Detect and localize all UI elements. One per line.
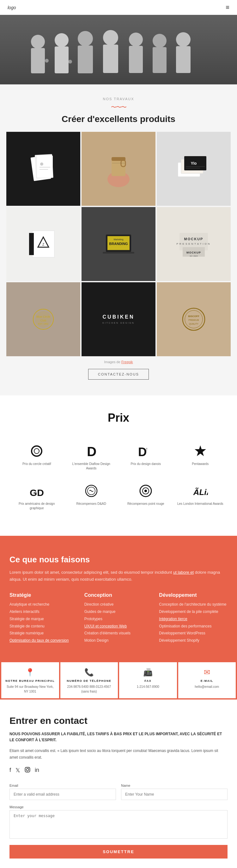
award-item-0: Prix du cercle créatif bbox=[9, 437, 64, 477]
card-title-1: NUMÉRO DE TÉLÉPHONE bbox=[64, 679, 114, 682]
service-item-link[interactable]: Optimisation du taux de conversion bbox=[9, 638, 78, 643]
contact-card-email: ✉ E-MAIL hello@email.com bbox=[178, 662, 236, 698]
submit-button[interactable]: SOUMETTRE bbox=[9, 845, 228, 859]
email-input[interactable] bbox=[9, 789, 116, 800]
portfolio-item-7[interactable]: CUBIKEN KITCHEN DESIGN bbox=[81, 282, 156, 356]
portfolio-item-2[interactable]: Ylo bbox=[157, 132, 231, 206]
service-item: Conception de l'architecture du système bbox=[159, 602, 228, 607]
svg-marker-68 bbox=[195, 445, 206, 456]
social-icons: f 𝕏 in bbox=[9, 767, 228, 774]
service-item: Développement de la pile complète bbox=[159, 609, 228, 615]
svg-text:BRANDING: BRANDING bbox=[109, 242, 128, 246]
award-label-6: Récompenses point rouge bbox=[127, 502, 164, 506]
award-icon-2: D ↑ bbox=[138, 443, 153, 459]
menu-button[interactable]: ≡ bbox=[226, 4, 229, 11]
prix-title: Prix bbox=[9, 411, 228, 425]
svg-rect-3 bbox=[31, 48, 45, 73]
svg-text:02 / 2024: 02 / 2024 bbox=[190, 255, 198, 257]
portfolio-item-1[interactable] bbox=[81, 132, 156, 206]
twitter-icon[interactable]: 𝕏 bbox=[15, 767, 20, 774]
services-title: Ce que nous faisons bbox=[9, 555, 228, 564]
svg-point-8 bbox=[103, 30, 118, 45]
service-item-link[interactable]: UX/UI et conception Web bbox=[84, 624, 153, 629]
contact-card-phone: 📞 NUMÉRO DE TÉLÉPHONE 234-9876-5400 888-… bbox=[60, 662, 118, 698]
contactez-nous-button[interactable]: CONTACTEZ-NOUS bbox=[88, 369, 149, 380]
service-item: Prototypes bbox=[84, 616, 153, 622]
service-col-title-0: Stratégie bbox=[9, 592, 78, 598]
linkedin-icon[interactable]: in bbox=[35, 767, 39, 774]
freepik-link[interactable]: Freepik bbox=[121, 360, 133, 364]
service-item: Motion Design bbox=[84, 638, 153, 643]
nos-travaux-section: NOS TRAVAUX 〜〜〜 Créer d'excellents produ… bbox=[0, 84, 237, 124]
svg-point-2 bbox=[31, 35, 45, 49]
svg-rect-7 bbox=[78, 45, 93, 73]
svg-text:Ylo: Ylo bbox=[191, 161, 197, 166]
service-item-link[interactable]: Intégration tierce bbox=[159, 616, 228, 622]
facebook-icon[interactable]: f bbox=[9, 767, 11, 774]
svg-text:KITCHEN DESIGN: KITCHEN DESIGN bbox=[102, 322, 135, 324]
instagram-icon[interactable] bbox=[25, 767, 30, 774]
card-text-3: hello@email.com bbox=[182, 684, 232, 689]
service-item: Stratégie numérique bbox=[9, 630, 78, 636]
svg-rect-11 bbox=[129, 46, 143, 73]
award-item-5: Récompenses D&AD bbox=[64, 477, 119, 517]
svg-point-63 bbox=[32, 446, 42, 456]
svg-rect-28 bbox=[112, 163, 125, 163]
svg-point-12 bbox=[153, 34, 167, 48]
svg-rect-20 bbox=[37, 156, 53, 178]
service-col-title-1: Conception bbox=[84, 592, 153, 598]
svg-point-75 bbox=[26, 769, 29, 771]
contact-para-text: Etiam sit amet convallis est. « Lats ips… bbox=[9, 748, 228, 761]
header: logo ≡ bbox=[0, 0, 237, 15]
card-text-1: 234-9876-5400 888-0123-4567 (sans frais) bbox=[64, 684, 114, 694]
portfolio-item-6[interactable]: Blue Circle Club EST. 1992 bbox=[6, 282, 80, 356]
svg-text:ÃLiA: ÃLiA bbox=[193, 488, 208, 497]
portfolio-item-8[interactable]: BISCOFF PREMIUM QUALITY bbox=[157, 282, 231, 356]
contact-card-fax: 📠 FAX 1-214-567-8900 bbox=[119, 662, 177, 698]
name-input[interactable] bbox=[121, 789, 228, 800]
email-field-group: Email bbox=[9, 784, 116, 800]
portfolio-item-4[interactable]: BRANDING Marketing bbox=[81, 207, 156, 281]
message-textarea[interactable] bbox=[9, 810, 228, 839]
service-item: Analytique et recherche bbox=[9, 602, 78, 607]
award-icon-4: GD bbox=[29, 483, 44, 498]
service-col-title-2: Développement bbox=[159, 592, 228, 598]
awards-grid: Prix du cercle créatif D L'ensemble Diaf… bbox=[9, 437, 228, 517]
svg-point-23 bbox=[40, 162, 43, 166]
portfolio-item-3[interactable]: Z bbox=[6, 207, 80, 281]
contact-button-wrap: CONTACTEZ-NOUS bbox=[0, 369, 237, 380]
svg-text:MOCKUP: MOCKUP bbox=[187, 251, 201, 254]
email-label: Email bbox=[9, 784, 116, 787]
svg-point-14 bbox=[176, 32, 191, 47]
card-title-0: NOTRE BUREAU PRINCIPAL bbox=[5, 679, 55, 682]
svg-text:Blue Circle: Blue Circle bbox=[36, 315, 50, 318]
service-item: Création d'éléments visuels bbox=[84, 630, 153, 636]
services-link[interactable]: ut labore et bbox=[173, 570, 194, 575]
svg-text:↑: ↑ bbox=[146, 446, 148, 452]
award-label-7: Les London International Awards bbox=[177, 502, 223, 506]
award-icon-6 bbox=[138, 483, 153, 498]
services-section: Ce que nous faisons Lorem ipsum dolor si… bbox=[0, 536, 237, 661]
svg-text:Marketing: Marketing bbox=[114, 238, 124, 241]
svg-rect-74 bbox=[25, 768, 30, 772]
service-item: Direction créative bbox=[84, 602, 153, 607]
service-col-strategie: Stratégie Analytique et recherche Atelie… bbox=[9, 592, 78, 645]
svg-text:D: D bbox=[87, 444, 96, 458]
portfolio-item-0[interactable] bbox=[6, 132, 80, 206]
svg-text:PREMIUM: PREMIUM bbox=[188, 319, 199, 321]
svg-point-17 bbox=[68, 60, 72, 64]
card-title-2: FAX bbox=[123, 679, 173, 682]
portfolio-item-5[interactable]: MOCKUP PRESENTATION MOCKUP 02 / 2024 bbox=[157, 207, 231, 281]
contact-form-title: Entrer en contact bbox=[9, 715, 228, 726]
award-label-5: Récompenses D&AD bbox=[76, 502, 106, 506]
service-list-2: Conception de l'architecture du système … bbox=[159, 602, 228, 643]
card-text-2: 1-214-567-8900 bbox=[123, 684, 173, 689]
service-item: Optimisation des performances bbox=[159, 624, 228, 629]
award-item-2: D ↑ Prix du design danois bbox=[118, 437, 173, 477]
contact-card-bureau: 📍 NOTRE BUREAU PRINCIPAL Suite 94 sur Br… bbox=[1, 662, 59, 698]
svg-text:GD: GD bbox=[30, 488, 44, 498]
svg-point-16 bbox=[45, 59, 49, 63]
message-label: Message bbox=[9, 805, 228, 809]
award-label-1: L'ensemble Diaflow Design Awards bbox=[67, 462, 116, 471]
award-icon-5 bbox=[84, 483, 99, 498]
